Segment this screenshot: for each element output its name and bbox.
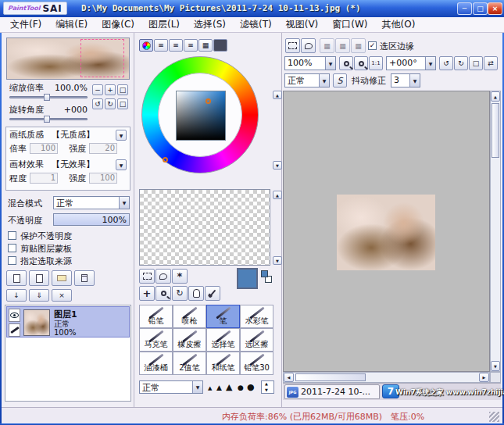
canvas-area[interactable]: Win7系统之家 <box>283 91 490 372</box>
magic-wand-tool[interactable]: * <box>172 269 188 284</box>
canvas-image[interactable] <box>337 195 435 270</box>
brush-shape-tri-small[interactable]: ▲ <box>208 385 212 391</box>
canvas-zoom-select[interactable]: 100% ▼ <box>284 56 336 70</box>
brush-airbrush[interactable]: 喷枪 <box>173 305 206 328</box>
nav-rotate-ccw-button[interactable]: ↺ <box>92 98 103 109</box>
brush-eraser[interactable]: 橡皮擦 <box>173 328 206 352</box>
minimize-button[interactable]: ─ <box>457 2 472 15</box>
scroll-up-button[interactable]: ▲ <box>491 91 500 102</box>
brush-blend-select[interactable]: 正常 ▼ <box>139 380 203 394</box>
merge-down-button[interactable]: ⇓ <box>29 289 49 302</box>
brush-shape-tri-large[interactable]: ▲ <box>226 382 232 392</box>
layer-row[interactable]: 图层1 正常 100% <box>6 306 130 338</box>
paper-strength-field[interactable]: 20 <box>89 143 117 154</box>
hand-tool[interactable] <box>188 286 204 301</box>
selection-source-checkbox[interactable] <box>8 256 16 265</box>
canvas-zoom-out-button[interactable] <box>339 56 353 70</box>
eyedropper-tool[interactable] <box>205 286 220 301</box>
menu-selection[interactable]: 选择(S) <box>187 17 233 32</box>
scratchpad-scroll-up[interactable]: ▲ <box>273 191 282 199</box>
spinner-down-icon[interactable]: ▼ <box>265 388 268 392</box>
menu-layer[interactable]: 图层(L) <box>141 17 187 32</box>
canvas-angle-reset-button[interactable]: □ <box>469 56 483 70</box>
brush-select-pen[interactable]: 选择笔 <box>206 328 240 352</box>
canvas-rotate-ccw-button[interactable]: ↺ <box>439 56 453 70</box>
opacity-slider[interactable]: 100% <box>53 213 130 226</box>
brush-bucket[interactable]: 油漆桶 <box>139 352 173 375</box>
menu-window[interactable]: 窗口(W) <box>325 17 374 32</box>
canvas-zoom-in-button[interactable] <box>354 56 368 70</box>
resize-grip[interactable] <box>489 412 499 422</box>
vertical-scroll-thumb[interactable] <box>491 103 499 158</box>
stabilizer-curve-button[interactable]: S <box>333 73 347 88</box>
effect-degree-field[interactable]: 1 <box>30 173 58 184</box>
selection-move-button[interactable] <box>301 38 316 53</box>
scratchpad-tab[interactable] <box>213 39 227 52</box>
layer-visibility-toggle[interactable] <box>9 309 20 322</box>
menu-others[interactable]: 其他(O) <box>375 17 423 32</box>
brush-shape-dot-medium[interactable]: ● <box>238 384 244 391</box>
clear-layer-button[interactable]: × <box>52 289 72 302</box>
canvas-angle-select[interactable]: +000° ▼ <box>386 56 436 70</box>
menu-view[interactable]: 视图(V) <box>279 17 326 32</box>
brush-pencil30[interactable]: 铅笔30 <box>240 352 273 375</box>
brush-watercolor[interactable]: 水彩笔 <box>240 305 273 328</box>
paper-scale-field[interactable]: 100 <box>30 143 58 154</box>
selection-option-button-3[interactable]: ▦ <box>351 38 366 53</box>
clipping-mask-checkbox[interactable] <box>8 244 16 252</box>
rgb-sliders-tab[interactable]: ≡ <box>154 39 168 52</box>
brush-shape-dot-large[interactable]: ● <box>247 382 255 392</box>
hsv-sliders-tab[interactable]: ≡ <box>169 39 183 52</box>
effect-strength-field[interactable]: 100 <box>89 173 117 184</box>
scroll-down-button[interactable]: ▼ <box>491 361 500 371</box>
menu-filter[interactable]: 滤镜(T) <box>233 17 279 32</box>
canvas-rotate-cw-button[interactable]: ↻ <box>454 56 468 70</box>
close-button[interactable]: × <box>488 2 502 15</box>
tool-mode-select[interactable]: 正常 ▼ <box>284 73 330 88</box>
selection-option-button-1[interactable]: ▦ <box>320 38 334 53</box>
nav-rotate-cw-button[interactable]: ↻ <box>105 98 116 109</box>
menu-edit[interactable]: 编辑(E) <box>48 17 95 32</box>
rotate-view-tool[interactable]: ↻ <box>172 286 188 301</box>
nav-zoom-out-button[interactable]: − <box>92 84 103 95</box>
zoom-tool[interactable] <box>155 286 171 301</box>
horizontal-scrollbar[interactable]: ◀ ▶ <box>283 372 490 383</box>
selection-option-button-2[interactable]: ▦ <box>335 38 350 53</box>
title-bar[interactable]: PaintTool SAI D:\My Documents\My Picture… <box>0 0 504 17</box>
new-layer-button[interactable] <box>6 270 27 286</box>
new-linework-layer-button[interactable] <box>29 270 49 286</box>
stabilizer-select[interactable]: 3 ▼ <box>391 73 420 88</box>
delete-layer-button[interactable] <box>74 270 95 286</box>
brush-select-eraser[interactable]: 选区擦 <box>240 328 273 352</box>
color-scratchpad[interactable] <box>139 189 270 266</box>
spinner-up-icon[interactable]: ▲ <box>265 381 268 386</box>
scroll-right-button[interactable]: ▶ <box>479 373 489 382</box>
brush-size-spinner[interactable]: ▲ ▼ <box>261 380 274 394</box>
new-layer-set-button[interactable] <box>52 270 72 286</box>
current-color-swatch[interactable] <box>237 268 258 289</box>
menu-canvas[interactable]: 图像(C) <box>95 17 141 32</box>
foreground-color-chip[interactable] <box>261 270 268 277</box>
document-tab[interactable]: JPG 2011-7-24 10-... <box>284 384 380 399</box>
protect-opacity-checkbox[interactable] <box>8 231 16 240</box>
nav-zoom-reset-button[interactable]: □ <box>117 84 128 95</box>
navigator-preview[interactable] <box>6 38 130 80</box>
color-wheel-tab[interactable] <box>139 39 153 52</box>
scroll-left-button[interactable]: ◀ <box>284 373 294 382</box>
saturation-value-square[interactable] <box>176 91 226 141</box>
brush-paper-pen[interactable]: 和纸笔 <box>206 352 240 375</box>
brush-marker[interactable]: 马克笔 <box>139 328 173 352</box>
lasso-tool[interactable] <box>155 269 171 284</box>
brush-brush-selected[interactable]: 笔 <box>206 305 240 328</box>
zoom-slider-thumb[interactable] <box>44 94 50 101</box>
nav-rotate-reset-button[interactable]: □ <box>117 98 128 109</box>
selection-transform-button[interactable] <box>285 38 300 53</box>
transfer-down-button[interactable]: ↓ <box>6 289 27 302</box>
move-tool[interactable]: + <box>139 286 155 301</box>
nav-zoom-in-button[interactable]: + <box>105 84 116 95</box>
scratchpad-scroll-down[interactable]: ▼ <box>273 256 282 265</box>
blend-mode-select[interactable]: 正常 ▼ <box>53 196 130 209</box>
selection-edge-checkbox[interactable]: ✓ <box>368 41 377 50</box>
color-mixer-tab[interactable]: ≡ <box>184 39 198 52</box>
brush-pencil[interactable]: 铅笔 <box>139 305 173 328</box>
